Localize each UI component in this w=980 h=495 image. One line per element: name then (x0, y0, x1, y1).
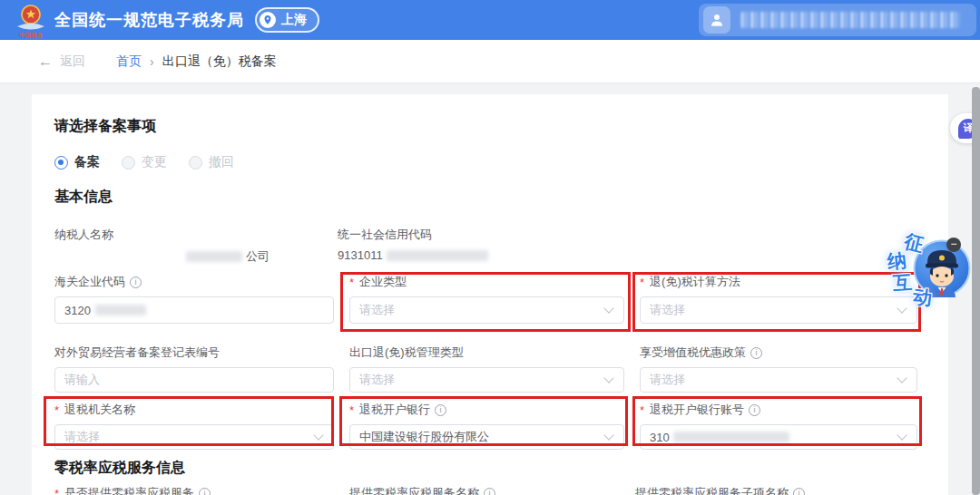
calc-method-select[interactable]: 请选择 (640, 296, 917, 324)
zero-service-subname-label: 提供零税率应税服务子项名称 (635, 486, 917, 495)
field-zero-service-flag: 是否提供零税率应税服务 (54, 486, 334, 495)
rebate-bank-label: 退税开户银行 (349, 403, 624, 417)
credit-code-value: 9131011 (338, 248, 488, 262)
breadcrumb-separator-icon: › (150, 54, 154, 69)
info-icon[interactable] (750, 347, 762, 359)
radio-label: 变更 (142, 154, 167, 170)
info-icon[interactable] (749, 404, 760, 416)
location-label: 上海 (281, 12, 307, 28)
mgmt-type-label: 出口退(免)税管理类型 (349, 345, 624, 360)
field-zero-service-subname: 提供零税率应税服务子项名称 (635, 486, 917, 495)
vat-policy-label: 享受增值税优惠政策 (640, 345, 917, 360)
breadcrumb-current: 出口退（免）税备案 (162, 53, 277, 70)
location-badge[interactable]: 上海 (255, 7, 319, 33)
field-enterprise-type: 企业类型 请选择 (349, 275, 624, 324)
mascot-char: 动 (911, 284, 934, 312)
radio-option-change[interactable]: 变更 (122, 154, 167, 170)
mascot-widget[interactable]: 征 纳 互 动 (880, 228, 975, 306)
form-card: 请选择备案事项 备案 变更 撤回 基本信息 纳税人名称 公司 统一社会信用代码 … (32, 94, 948, 495)
app-header: 中国税务 全国统一规范电子税务局 上海 (0, 0, 980, 40)
collapse-button[interactable]: − (946, 238, 961, 252)
rebate-bank-select[interactable]: 中国建设银行股份有限公 (349, 424, 624, 450)
radio-label: 撤回 (209, 154, 234, 170)
field-vat-policy: 享受增值税优惠政策 请选择 (640, 345, 917, 393)
info-icon[interactable] (484, 488, 495, 495)
redacted-user-info (741, 12, 961, 28)
back-label: 返回 (60, 53, 85, 70)
breadcrumb: ← 返回 首页 › 出口退（免）税备案 (0, 40, 980, 83)
enterprise-type-label: 企业类型 (349, 275, 624, 289)
app-title: 全国统一规范电子税务局 (54, 9, 244, 31)
info-icon[interactable] (199, 488, 211, 495)
field-zero-service-name: 提供零税率应税服务名称 (349, 486, 624, 495)
user-avatar-icon (703, 6, 730, 34)
field-mgmt-type: 出口退(免)税管理类型 请选择 (349, 345, 624, 393)
section-title-zero-rate: 零税率应税服务信息 (54, 459, 185, 478)
field-rebate-account: 退税开户银行账号 310 (640, 403, 917, 450)
logo-caption: 中国税务 (19, 32, 44, 39)
taxpayer-name-value: 公司 (186, 248, 270, 265)
chevron-down-icon (603, 303, 613, 313)
section-title-basic-info: 基本信息 (54, 188, 113, 207)
chevron-down-icon (603, 373, 613, 383)
filing-type-radio-group: 备案 变更 撤回 (54, 154, 234, 170)
info-icon[interactable] (435, 404, 446, 416)
mgmt-type-select[interactable]: 请选择 (349, 367, 624, 393)
radio-disabled-icon (189, 156, 202, 170)
field-calc-method: 退(免)税计算方法 请选择 (640, 275, 917, 324)
field-trade-reg-no: 对外贸易经营者备案登记表编号 请输入 (54, 345, 334, 393)
chevron-down-icon (897, 430, 906, 440)
trade-reg-no-label: 对外贸易经营者备案登记表编号 (54, 345, 334, 360)
mascot-char: 互 (892, 269, 913, 296)
info-icon[interactable] (793, 488, 805, 495)
location-pin-icon (260, 12, 276, 28)
taxpayer-name-label: 纳税人名称 (54, 227, 113, 243)
redacted-text (387, 250, 488, 261)
enterprise-type-select[interactable]: 请选择 (349, 296, 624, 324)
redacted-text (673, 432, 789, 442)
trade-reg-no-input[interactable]: 请输入 (54, 367, 334, 393)
field-rebate-authority: 退税机关名称 请选择 (54, 403, 334, 450)
scrollbar-thumb[interactable] (972, 87, 980, 495)
radio-selected-icon (54, 156, 68, 170)
credit-code-label: 统一社会信用代码 (338, 227, 432, 243)
field-rebate-bank: 退税开户银行 中国建设银行股份有限公 (349, 403, 624, 450)
rebate-account-label: 退税开户银行账号 (640, 403, 917, 417)
tax-bureau-emblem-icon: 中国税务 (15, 4, 47, 40)
back-button[interactable]: ← 返回 (38, 53, 85, 70)
customs-code-label: 海关企业代码 (54, 275, 334, 289)
radio-option-withdraw[interactable]: 撤回 (189, 154, 234, 170)
field-customs-code: 海关企业代码 3120 (54, 275, 334, 324)
info-icon[interactable] (130, 277, 142, 288)
radio-disabled-icon (122, 156, 135, 170)
rebate-authority-select[interactable]: 请选择 (54, 424, 334, 450)
radio-label: 备案 (74, 154, 100, 170)
customs-code-input[interactable]: 3120 (54, 296, 334, 324)
breadcrumb-home-link[interactable]: 首页 (116, 53, 142, 70)
zero-service-flag-label: 是否提供零税率应税服务 (54, 486, 334, 495)
rebate-account-select[interactable]: 310 (640, 424, 917, 450)
back-arrow-icon: ← (38, 53, 53, 70)
chevron-down-icon (313, 430, 323, 440)
vat-policy-select[interactable]: 请选择 (640, 367, 917, 393)
calc-method-label: 退(免)税计算方法 (640, 275, 917, 289)
redacted-text (95, 305, 146, 315)
redacted-text (186, 251, 242, 262)
chevron-down-icon (603, 430, 613, 440)
radio-option-filing[interactable]: 备案 (54, 154, 100, 170)
section-title-select-filing: 请选择备案事项 (54, 117, 156, 136)
rebate-authority-label: 退税机关名称 (54, 403, 334, 417)
zero-service-name-label: 提供零税率应税服务名称 (349, 486, 624, 495)
chevron-down-icon (897, 373, 906, 383)
user-info-bar[interactable] (699, 4, 976, 36)
